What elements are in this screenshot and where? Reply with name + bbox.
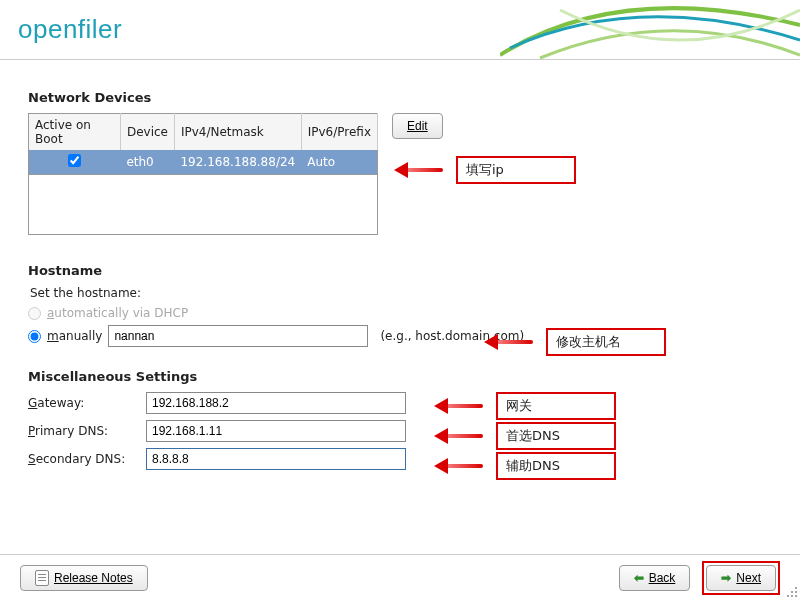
document-icon <box>35 570 49 586</box>
network-row-eth0[interactable]: eth0 192.168.188.88/24 Auto <box>29 150 378 175</box>
annotation-gateway: 网关 <box>438 392 616 420</box>
secondary-dns-input[interactable] <box>146 448 406 470</box>
radio-auto-row: automatically via DHCP <box>28 306 772 320</box>
hostname-input[interactable] <box>108 325 368 347</box>
section-misc: Miscellaneous Settings <box>28 369 772 384</box>
cell-ipv4: 192.168.188.88/24 <box>174 150 301 175</box>
set-hostname-label: Set the hostname: <box>30 286 772 300</box>
radio-auto-label: automatically via DHCP <box>47 306 188 320</box>
next-button[interactable]: ➡ Next <box>706 565 776 591</box>
gateway-label: Gateway: <box>28 396 138 410</box>
header: openfiler <box>0 0 800 60</box>
col-active[interactable]: Active on Boot <box>29 114 121 151</box>
gateway-input[interactable] <box>146 392 406 414</box>
annotation-primary-dns: 首选DNS <box>438 422 616 450</box>
annotation-ip: 填写ip <box>398 156 576 184</box>
annotation-secondary-dns: 辅助DNS <box>438 452 616 480</box>
arrow-right-icon: ➡ <box>721 571 731 585</box>
footer: Release Notes ⬅ Back ➡ Next <box>0 554 800 600</box>
section-network-devices: Network Devices <box>28 90 772 105</box>
logo: openfiler <box>18 14 122 45</box>
back-button[interactable]: ⬅ Back <box>619 565 691 591</box>
release-notes-button[interactable]: Release Notes <box>20 565 148 591</box>
radio-manual-label: manually <box>47 329 102 343</box>
arrow-left-icon: ⬅ <box>634 571 644 585</box>
resize-grip-icon[interactable] <box>784 584 798 598</box>
active-checkbox[interactable] <box>68 154 81 167</box>
edit-button[interactable]: Edit <box>392 113 443 139</box>
secondary-dns-label: Secondary DNS: <box>28 452 138 466</box>
col-ipv4[interactable]: IPv4/Netmask <box>174 114 301 151</box>
section-hostname: Hostname <box>28 263 772 278</box>
radio-manual[interactable] <box>28 330 41 343</box>
col-ipv6[interactable]: IPv6/Prefix <box>301 114 377 151</box>
cell-device: eth0 <box>120 150 174 175</box>
header-swirl <box>500 0 800 60</box>
primary-dns-label: Primary DNS: <box>28 424 138 438</box>
primary-dns-input[interactable] <box>146 420 406 442</box>
radio-auto <box>28 307 41 320</box>
network-table: Active on Boot Device IPv4/Netmask IPv6/… <box>28 113 378 175</box>
cell-ipv6: Auto <box>301 150 377 175</box>
col-device[interactable]: Device <box>120 114 174 151</box>
network-table-body-empty[interactable] <box>28 175 378 235</box>
next-button-highlight: ➡ Next <box>702 561 780 595</box>
annotation-hostname: 修改主机名 <box>488 328 666 356</box>
